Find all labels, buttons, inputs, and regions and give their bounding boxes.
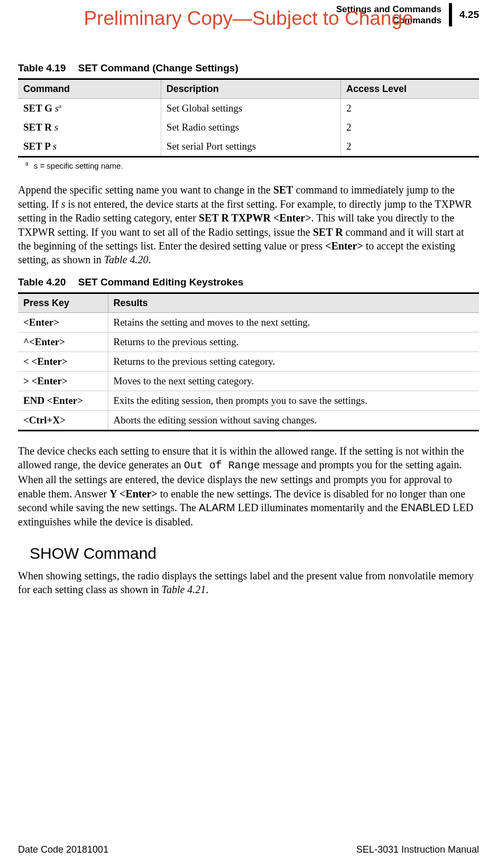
table-420-header: Press Key	[18, 293, 108, 312]
table-419-header: Access Level	[340, 79, 479, 99]
page-footer: Date Code 20181001 SEL-3031 Instruction …	[18, 844, 479, 855]
body-text: .	[149, 254, 151, 265]
cmd-level: 2	[340, 118, 479, 137]
result-cell: Aborts the editing session without savin…	[108, 410, 479, 430]
body-text: When showing settings, the radio display…	[18, 570, 474, 595]
cmd-desc: Set serial Port settings	[161, 137, 340, 157]
table-row: <Ctrl+X>Aborts the editing session witho…	[18, 410, 479, 430]
show-command-heading: SHOW Command	[30, 544, 479, 562]
key-cell: END <Enter>	[18, 391, 108, 410]
cmd-arg: s	[53, 141, 57, 152]
cmd-text: SET P	[23, 141, 53, 152]
result-cell: Exits the editing session, then prompts …	[108, 391, 479, 410]
key-cell: > <Enter>	[18, 371, 108, 391]
table-419: Command Description Access Level SET G s…	[18, 78, 479, 158]
cmd-footnote-ref: a	[59, 103, 61, 109]
table-row: ^<Enter>Returns to the previous setting.	[18, 332, 479, 352]
key-cell: ^<Enter>	[18, 332, 108, 352]
body-sans: ALARM	[199, 502, 235, 513]
paragraph: When showing settings, the radio display…	[18, 569, 479, 597]
body-text: Append the specific setting name you wan…	[18, 184, 273, 196]
body-mono: Out of Range	[184, 459, 260, 472]
table-row: SET P s Set serial Port settings 2	[18, 137, 479, 157]
table-420-caption: SET Command Editing Keystrokes	[78, 276, 244, 288]
table-420-header: Results	[108, 293, 479, 312]
cmd-desc: Set Radio settings	[161, 118, 340, 137]
key-cell: <Ctrl+X>	[18, 410, 108, 430]
paragraph: The device checks each setting to ensure…	[18, 444, 479, 529]
body-bold: <Enter>	[325, 240, 363, 252]
table-row: <Enter>Retains the setting and moves to …	[18, 312, 479, 332]
paragraph: Append the specific setting name you wan…	[18, 183, 479, 266]
key-cell: <Enter>	[18, 312, 108, 332]
table-row: END <Enter>Exits the editing session, th…	[18, 391, 479, 410]
result-cell: Returns to the previous setting category…	[108, 352, 479, 371]
table-row: SET R s Set Radio settings 2	[18, 118, 479, 137]
table-420: Press Key Results <Enter>Retains the set…	[18, 292, 479, 431]
body-italic: Table 4.21	[162, 584, 206, 595]
cmd-level: 2	[340, 137, 479, 157]
page-content: Table 4.19 SET Command (Change Settings)…	[18, 53, 479, 597]
result-cell: Moves to the next setting category.	[108, 371, 479, 391]
table-419-footnote: a s = specific setting name.	[25, 161, 479, 170]
body-italic: Table 4.20	[104, 254, 149, 265]
table-419-header: Command	[18, 79, 161, 99]
cmd-level: 2	[340, 99, 479, 118]
footer-date-code: Date Code 20181001	[18, 844, 108, 855]
watermark-text: Preliminary Copy—Subject to Change	[0, 7, 497, 30]
table-419-title: Table 4.19 SET Command (Change Settings)	[18, 62, 479, 74]
key-cell: < <Enter>	[18, 352, 108, 371]
table-row: > <Enter>Moves to the next setting categ…	[18, 371, 479, 391]
footnote-text: s = specific setting name.	[34, 161, 123, 170]
table-419-header: Description	[161, 79, 340, 99]
body-text: LED illuminates momentarily and the	[235, 502, 401, 513]
table-row: < <Enter>Returns to the previous setting…	[18, 352, 479, 371]
body-sans: ENABLED	[401, 502, 450, 513]
body-bold: Y <Enter>	[109, 488, 157, 500]
cmd-arg: s	[54, 122, 58, 133]
table-420-title: Table 4.20 SET Command Editing Keystroke…	[18, 276, 479, 288]
table-419-caption: SET Command (Change Settings)	[78, 62, 238, 73]
body-bold: SET	[273, 184, 293, 196]
footer-manual-title: SEL-3031 Instruction Manual	[356, 844, 479, 855]
body-bold: SET R	[313, 226, 343, 238]
table-420-number: Table 4.20	[18, 276, 66, 288]
cmd-text: SET R	[23, 122, 54, 133]
footnote-marker: a	[25, 161, 29, 167]
table-419-number: Table 4.19	[18, 62, 66, 73]
cmd-desc: Set Global settings	[161, 99, 340, 118]
result-cell: Returns to the previous setting.	[108, 332, 479, 352]
result-cell: Retains the setting and moves to the nex…	[108, 312, 479, 332]
body-text: .	[206, 584, 208, 595]
table-row: SET G sa Set Global settings 2	[18, 99, 479, 118]
body-bold: SET R TXPWR <Enter>	[199, 212, 311, 224]
cmd-text: SET G	[23, 103, 55, 114]
